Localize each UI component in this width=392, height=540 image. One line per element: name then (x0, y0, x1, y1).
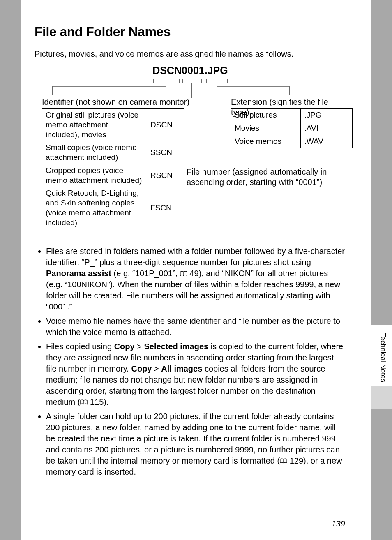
identifier-code: DSCN (147, 109, 184, 141)
book-icon (180, 271, 187, 277)
list-item: Files are stored in folders named with a… (46, 246, 346, 312)
side-tab-marker (371, 386, 392, 409)
identifier-code: SSCN (147, 141, 184, 164)
table-row: Small copies (voice memo attachment incl… (42, 141, 184, 164)
intro-text: Pictures, movies, and voice memos are as… (35, 49, 346, 59)
list-item: A single folder can hold up to 200 pictu… (46, 411, 346, 478)
extension-ext: .AVI (301, 122, 353, 135)
table-row: Still pictures.JPG (231, 109, 353, 122)
table-row: Quick Retouch, D-Lighting, and Skin soft… (42, 187, 184, 229)
identifier-code: RSCN (147, 164, 184, 187)
notes-list: Files are stored in folders named with a… (35, 246, 346, 478)
file-number-label: File number (assigned automatically in a… (187, 167, 343, 187)
top-rule (35, 21, 346, 21)
page-number: 139 (332, 519, 345, 528)
identifier-table: Original still pictures (voice memo atta… (42, 108, 184, 229)
bracket-lines (35, 77, 346, 98)
extension-type: Voice memos (231, 135, 301, 148)
identifier-label: Identifier (not shown on camera monitor) (42, 97, 189, 107)
table-row: Voice memos.WAV (231, 135, 353, 148)
extension-ext: .WAV (301, 135, 353, 148)
extension-type: Movies (231, 122, 301, 135)
identifier-desc: Cropped copies (voice memo attachment in… (42, 164, 147, 187)
page-title: File and Folder Names (35, 24, 346, 39)
table-row: Movies.AVI (231, 122, 353, 135)
identifier-desc: Quick Retouch, D-Lighting, and Skin soft… (42, 187, 147, 229)
identifier-code: FSCN (147, 187, 184, 229)
list-item: Voice memo file names have the same iden… (46, 316, 346, 338)
book-icon (80, 399, 88, 405)
book-icon (280, 458, 287, 464)
list-item: Files copied using Copy > Selected image… (46, 341, 346, 408)
side-tab: Technical Notes (371, 325, 392, 399)
identifier-desc: Original still pictures (voice memo atta… (42, 109, 147, 141)
page: File and Folder Names Pictures, movies, … (21, 0, 371, 540)
filename-diagram: Identifier (not shown on camera monitor)… (35, 77, 346, 233)
example-filename: DSCN0001.JPG (35, 65, 346, 76)
identifier-desc: Small copies (voice memo attachment incl… (42, 141, 147, 164)
extension-table: Still pictures.JPG Movies.AVI Voice memo… (231, 108, 353, 148)
extension-ext: .JPG (301, 109, 353, 122)
extension-type: Still pictures (231, 109, 301, 122)
table-row: Cropped copies (voice memo attachment in… (42, 164, 184, 187)
side-label: Technical Notes (379, 333, 387, 382)
table-row: Original still pictures (voice memo atta… (42, 109, 184, 141)
